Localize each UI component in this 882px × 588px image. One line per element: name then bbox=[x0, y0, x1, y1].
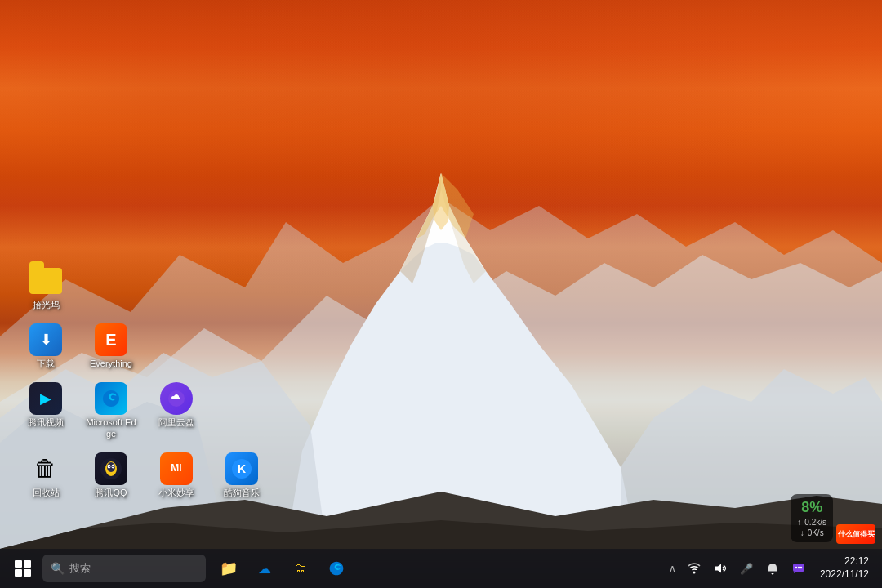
desktop: 拾光坞 ⬇ 下载 E Everything ▶ bbox=[0, 0, 882, 588]
svg-point-26 bbox=[798, 567, 800, 568]
desktop-icons: 拾光坞 ⬇ 下载 E Everything ▶ bbox=[16, 261, 271, 501]
tencent-video-icon[interactable]: ▶ 腾讯视频 bbox=[16, 379, 75, 442]
svg-marker-4 bbox=[400, 173, 441, 283]
download-value: 0K/s bbox=[808, 528, 824, 537]
svg-marker-11 bbox=[433, 173, 449, 230]
svg-marker-3 bbox=[400, 173, 486, 271]
start-button[interactable] bbox=[7, 552, 39, 585]
onedrive-icon: ☁ bbox=[258, 561, 271, 577]
taskbar-edge[interactable] bbox=[320, 552, 353, 585]
system-tray: ∧ 🎤 bbox=[666, 552, 875, 585]
upload-value: 0.2k/s bbox=[804, 518, 826, 527]
icon-row-3: ▶ 腾讯视频 Microsoft Edge bbox=[16, 379, 271, 442]
svg-marker-12 bbox=[416, 173, 474, 238]
network-tray-icon[interactable] bbox=[683, 557, 706, 580]
clock-date: 2022/11/12 bbox=[820, 568, 869, 581]
mic-tray-icon[interactable]: 🎤 bbox=[735, 557, 758, 580]
icon-row-2: ⬇ 下载 E Everything bbox=[16, 320, 271, 372]
clock[interactable]: 22:12 2022/11/12 bbox=[813, 552, 875, 585]
upload-arrow: ↑ bbox=[797, 518, 801, 527]
svg-text:K: K bbox=[238, 462, 246, 475]
download-arrow: ↓ bbox=[800, 528, 804, 537]
svg-marker-8 bbox=[621, 369, 882, 549]
microsoft-edge-icon[interactable]: Microsoft Edge bbox=[82, 379, 140, 442]
clock-time: 22:12 bbox=[844, 555, 869, 568]
aliyun-icon[interactable]: 阿里云盘 bbox=[147, 379, 206, 442]
svg-marker-10 bbox=[0, 520, 882, 549]
icon-row-1: 拾光坞 bbox=[16, 261, 271, 314]
taskbar-onedrive[interactable]: ☁ bbox=[248, 552, 281, 585]
net-speed-widget: 8% ↑ 0.2k/s ↓ 0K/s bbox=[791, 494, 833, 542]
kugou-icon[interactable]: K 酷狗音乐 bbox=[212, 449, 271, 501]
svg-marker-2 bbox=[286, 173, 637, 549]
watermark: 什么值得买 bbox=[836, 524, 875, 546]
search-box[interactable]: 🔍 搜索 bbox=[42, 555, 206, 582]
folder-icon[interactable]: 拾光坞 bbox=[16, 261, 75, 314]
net-percent: 8% bbox=[801, 499, 822, 516]
svg-point-19 bbox=[109, 466, 110, 467]
edge-taskbar-icon bbox=[328, 560, 345, 577]
windows-logo bbox=[15, 560, 31, 577]
svg-point-25 bbox=[795, 567, 797, 568]
filemanager-icon: 🗂 bbox=[294, 561, 307, 576]
chat-tray-icon[interactable] bbox=[787, 557, 810, 580]
download-icon[interactable]: ⬇ 下载 bbox=[16, 320, 75, 372]
xiaomi-icon[interactable]: MI 小米妙享 bbox=[147, 449, 206, 501]
qq-icon[interactable]: 腾讯QQ bbox=[82, 449, 140, 501]
taskbar-pinned-apps: 📁 ☁ 🗂 bbox=[212, 552, 353, 585]
upload-row: ↑ 0.2k/s bbox=[797, 518, 826, 527]
svg-marker-5 bbox=[441, 173, 486, 283]
zdm-badge: 什么值得买 bbox=[836, 524, 875, 544]
folder-taskbar-icon: 📁 bbox=[220, 559, 238, 577]
taskbar-file-explorer[interactable]: 📁 bbox=[212, 552, 245, 585]
sound-tray-icon[interactable] bbox=[709, 557, 732, 580]
everything-icon[interactable]: E Everything bbox=[82, 320, 140, 372]
search-label: 搜索 bbox=[69, 561, 91, 576]
show-hidden-icons[interactable]: ∧ bbox=[666, 559, 679, 577]
svg-point-27 bbox=[800, 567, 802, 568]
icon-row-4: 🗑 回收站 bbox=[16, 449, 271, 501]
svg-point-20 bbox=[112, 466, 114, 467]
svg-point-23 bbox=[693, 572, 695, 574]
taskbar: 🔍 搜索 📁 ☁ 🗂 ∧ bbox=[0, 549, 882, 588]
notification-bell[interactable] bbox=[761, 557, 784, 580]
search-icon: 🔍 bbox=[51, 562, 65, 575]
taskbar-filemanager[interactable]: 🗂 bbox=[284, 552, 317, 585]
recycle-bin-icon[interactable]: 🗑 回收站 bbox=[16, 449, 75, 501]
download-row: ↓ 0K/s bbox=[800, 528, 824, 537]
